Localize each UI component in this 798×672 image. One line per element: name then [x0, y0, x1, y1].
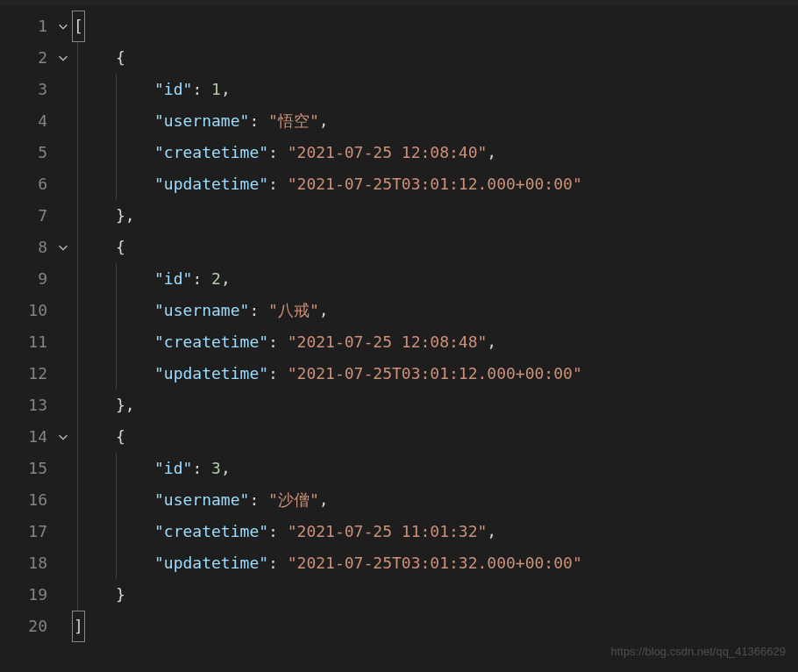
json-key: "createtime"	[154, 138, 268, 168]
code-line: 5 "createtime": "2021-07-25 12:08:40",	[0, 137, 798, 168]
json-value: "沙僧"	[268, 485, 319, 515]
line-number: 18	[0, 548, 53, 578]
json-key: "id"	[154, 454, 192, 483]
line-number: 5	[0, 138, 53, 168]
json-key: "createtime"	[154, 327, 268, 357]
json-key: "username"	[154, 106, 249, 136]
code-line: 10 "username": "八戒",	[0, 295, 798, 326]
line-number: 8	[0, 232, 53, 262]
json-value: "2021-07-25T03:01:32.000+00:00"	[288, 548, 582, 578]
line-number: 16	[0, 485, 53, 515]
brace-open: {	[116, 43, 125, 73]
watermark-text: https://blog.csdn.net/qq_41366629	[611, 641, 787, 663]
json-key: "updatetime"	[154, 169, 268, 199]
json-key: "updatetime"	[154, 359, 268, 389]
chevron-down-icon	[57, 20, 69, 32]
fold-toggle[interactable]	[53, 20, 74, 32]
code-line: 4 "username": "悟空",	[0, 105, 798, 137]
bracket-open: [	[72, 11, 85, 42]
code-line: 2 {	[0, 42, 798, 74]
code-line: 19 }	[0, 579, 798, 611]
code-line: 18 "updatetime": "2021-07-25T03:01:32.00…	[0, 547, 798, 579]
json-value: "2021-07-25T03:01:12.000+00:00"	[288, 169, 582, 199]
code-line: 11 "createtime": "2021-07-25 12:08:48",	[0, 326, 798, 358]
line-number: 17	[0, 517, 53, 547]
brace-close: }	[116, 580, 125, 610]
line-number: 6	[0, 169, 53, 199]
code-line: 1 [	[0, 11, 798, 42]
code-line: 6 "updatetime": "2021-07-25T03:01:12.000…	[0, 168, 798, 200]
code-editor[interactable]: 1 [ 2 { 3 "id": 1, 4 "username": "悟空", 5…	[0, 7, 798, 642]
line-number: 1	[0, 11, 53, 41]
json-key: "username"	[154, 485, 249, 515]
json-value: "2021-07-25 12:08:40"	[288, 138, 488, 168]
code-line: 9 "id": 2,	[0, 263, 798, 295]
line-number: 9	[0, 264, 53, 294]
brace-open: {	[116, 232, 125, 262]
line-number: 11	[0, 327, 53, 357]
chevron-down-icon	[57, 52, 69, 64]
line-number: 10	[0, 296, 53, 325]
json-key: "username"	[154, 296, 249, 325]
line-number: 7	[0, 201, 53, 231]
code-line: 14 {	[0, 421, 798, 453]
json-key: "id"	[154, 264, 192, 294]
fold-toggle[interactable]	[53, 431, 74, 443]
json-value: "八戒"	[268, 296, 319, 325]
code-line: 20 ]	[0, 611, 798, 642]
json-value: "2021-07-25 11:01:32"	[288, 517, 488, 547]
code-line: 7 },	[0, 200, 798, 232]
code-line: 12 "updatetime": "2021-07-25T03:01:12.00…	[0, 358, 798, 390]
bracket-close: ]	[72, 611, 85, 642]
line-number: 3	[0, 75, 53, 104]
json-value: 1	[211, 75, 221, 104]
json-value: "2021-07-25T03:01:12.000+00:00"	[288, 359, 582, 389]
brace-close: }	[116, 390, 125, 420]
json-value: "悟空"	[268, 106, 319, 136]
json-value: 2	[211, 264, 221, 294]
code-line: 15 "id": 3,	[0, 453, 798, 484]
code-line: 8 {	[0, 232, 798, 263]
line-number: 13	[0, 390, 53, 420]
line-number: 4	[0, 106, 53, 136]
json-key: "updatetime"	[154, 548, 268, 578]
line-number: 19	[0, 580, 53, 610]
fold-toggle[interactable]	[53, 52, 74, 64]
code-line: 3 "id": 1,	[0, 74, 798, 105]
line-number: 2	[0, 43, 53, 73]
code-line: 13 },	[0, 390, 798, 421]
editor-tab-bar	[0, 0, 798, 5]
code-line: 16 "username": "沙僧",	[0, 484, 798, 516]
line-number: 12	[0, 359, 53, 389]
fold-toggle[interactable]	[53, 241, 74, 254]
json-value: "2021-07-25 12:08:48"	[288, 327, 488, 357]
line-number: 14	[0, 422, 53, 452]
brace-open: {	[116, 422, 125, 452]
brace-close: }	[116, 201, 125, 231]
chevron-down-icon	[57, 241, 69, 254]
code-line: 17 "createtime": "2021-07-25 11:01:32",	[0, 516, 798, 547]
json-value: 3	[211, 454, 221, 483]
line-number: 15	[0, 454, 53, 483]
chevron-down-icon	[57, 431, 69, 443]
json-key: "id"	[154, 75, 192, 104]
line-number: 20	[0, 611, 53, 641]
json-key: "createtime"	[154, 517, 268, 547]
